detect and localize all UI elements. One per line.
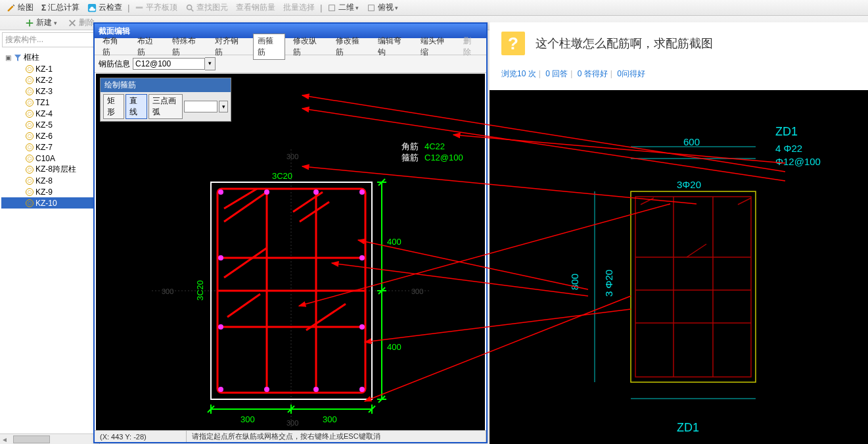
svg-rect-5 bbox=[369, 5, 375, 11]
rebar-info-input[interactable] bbox=[133, 58, 205, 70]
tree-item-KZ-6[interactable]: KZ-6 bbox=[1, 130, 98, 141]
tree-item-KZ-9[interactable]: KZ-9 bbox=[1, 186, 98, 197]
view-rebar-label: 查看钢筋量 bbox=[236, 2, 275, 13]
ref-height: 800 bbox=[569, 274, 580, 290]
coord-cell: (X: 443 Y: -28) bbox=[95, 431, 187, 442]
svg-point-27 bbox=[218, 324, 223, 330]
tree-item-TZ1[interactable]: TZ1 bbox=[1, 97, 98, 108]
cloud-icon bbox=[87, 3, 97, 12]
scrollbar-thumb[interactable] bbox=[13, 435, 50, 443]
component-tree: ▣ 框柱 KZ-1KZ-2KZ-3TZ1KZ-4KZ-5KZ-6KZ-7C10A… bbox=[0, 49, 99, 211]
view-rebar-button[interactable]: 查看钢筋量 bbox=[232, 1, 279, 15]
tab-6[interactable]: 修改箍筋 bbox=[332, 34, 371, 59]
tab-2[interactable]: 特殊布筋 bbox=[168, 34, 207, 59]
tab-7[interactable]: 编辑弯钩 bbox=[374, 34, 413, 59]
sum-calc-label: 汇总计算 bbox=[48, 2, 80, 13]
tree-item-label: KZ-9 bbox=[35, 187, 53, 197]
plus-icon bbox=[25, 18, 34, 28]
tree-item-KZ-4[interactable]: KZ-4 bbox=[1, 108, 98, 119]
gear-icon bbox=[25, 110, 34, 118]
svg-line-19 bbox=[227, 294, 260, 317]
find-prim-button[interactable]: 查找图元 bbox=[181, 1, 232, 15]
ref-top-edge: 3Φ20 bbox=[677, 179, 701, 190]
gear-icon bbox=[25, 143, 34, 151]
tree-item-KZ-3[interactable]: KZ-3 bbox=[1, 86, 98, 97]
tab-3[interactable]: 对齐钢筋 bbox=[211, 34, 250, 59]
tree-item-label: KZ-5 bbox=[35, 120, 53, 130]
tree-item-label: KZ-10 bbox=[35, 199, 57, 208]
question-stats: 浏览10 次| 0 回答| 0 答得好| 0问得好 bbox=[490, 63, 868, 85]
tree-item-label: KZ-8 bbox=[35, 176, 53, 185]
svg-rect-4 bbox=[329, 5, 335, 11]
dim-v1: 400 bbox=[387, 237, 401, 247]
tree-item-KZ-2[interactable]: KZ-2 bbox=[1, 74, 98, 86]
tree-scrollbar[interactable]: ◂ bbox=[0, 433, 99, 444]
question-title: 这个柱墩怎么配筋啊，求配筋截图 bbox=[536, 36, 713, 51]
dialog-tabs: 布角筋布边筋特殊布筋对齐钢筋画箍筋修改纵筋修改箍筋编辑弯钩端头伸缩删除 bbox=[95, 38, 486, 55]
section-canvas[interactable]: 绘制箍筋 矩形 直线 三点画弧 ▾ 300 300 300 300 bbox=[96, 74, 485, 430]
svg-point-29 bbox=[218, 387, 223, 392]
collapse-icon[interactable]: ▣ bbox=[4, 54, 12, 61]
section-edit-dialog: 截面编辑 布角筋布边筋特殊布筋对齐钢筋画箍筋修改纵筋修改箍筋编辑弯钩端头伸缩删除… bbox=[93, 22, 488, 443]
topview-icon bbox=[367, 3, 376, 12]
ref-stirrup: Φ12@100 bbox=[775, 156, 821, 167]
rebar-info-label: 钢筋信息 bbox=[99, 59, 130, 70]
stat-good-a[interactable]: 0 答得好 bbox=[578, 69, 608, 78]
svg-point-2 bbox=[187, 5, 192, 9]
stirrup-val: C12@100 bbox=[424, 153, 463, 162]
batch-select-button[interactable]: 批量选择 bbox=[279, 1, 319, 15]
left-edge-label: 3C20 bbox=[195, 280, 205, 301]
gear-icon bbox=[25, 188, 34, 196]
gear-icon bbox=[25, 166, 34, 174]
svg-point-32 bbox=[359, 387, 365, 392]
draw-button[interactable]: 绘图 bbox=[3, 1, 37, 15]
dim-faint-left: 300 bbox=[162, 287, 173, 295]
topview-label: 俯视 bbox=[378, 2, 394, 13]
tree-item-KZ-5[interactable]: KZ-5 bbox=[1, 119, 98, 130]
component-tree-panel: 搜索构件... ▣ 框柱 KZ-1KZ-2KZ-3TZ1KZ-4KZ-5KZ-6… bbox=[0, 30, 100, 444]
svg-point-21 bbox=[218, 189, 223, 195]
stat-answers[interactable]: 0 回答 bbox=[545, 69, 568, 78]
dim-faint-bot: 300 bbox=[286, 419, 298, 427]
tab-9[interactable]: 删除 bbox=[459, 34, 482, 59]
pencil-icon bbox=[7, 3, 16, 12]
question-icon: ? bbox=[501, 32, 525, 55]
tree-item-KZ-1[interactable]: KZ-1 bbox=[1, 63, 98, 74]
flatten-button[interactable]: 平齐板顶 bbox=[131, 1, 181, 15]
rebar-info-dropdown[interactable]: ▾ bbox=[205, 57, 216, 70]
tree-item-KZ-8[interactable]: KZ-8 bbox=[1, 175, 98, 186]
cloud-check-button[interactable]: 云检查 bbox=[83, 1, 126, 15]
stat-good-q[interactable]: 0问得好 bbox=[617, 69, 645, 78]
svg-point-22 bbox=[264, 189, 269, 195]
tree-item-label: KZ-7 bbox=[35, 143, 53, 152]
dim-faint-top: 300 bbox=[286, 153, 298, 160]
svg-line-14 bbox=[224, 189, 257, 209]
tree-root[interactable]: ▣ 框柱 bbox=[1, 52, 98, 63]
draw-label: 绘图 bbox=[18, 2, 34, 13]
tree-item-KZ-7[interactable]: KZ-7 bbox=[1, 141, 98, 153]
gear-icon bbox=[25, 132, 34, 140]
tab-1[interactable]: 布边筋 bbox=[133, 34, 164, 59]
search-input[interactable]: 搜索构件... bbox=[2, 32, 97, 47]
topview-dropdown[interactable]: 俯视 bbox=[363, 1, 402, 15]
tab-0[interactable]: 布角筋 bbox=[99, 34, 129, 59]
ref-grid bbox=[635, 197, 751, 377]
tree-item-KZ-8跨层柱[interactable]: KZ-8跨层柱 bbox=[1, 164, 98, 175]
tree-item-label: KZ-2 bbox=[35, 76, 53, 85]
gear-icon bbox=[25, 121, 34, 129]
tab-5[interactable]: 修改纵筋 bbox=[289, 34, 328, 59]
svg-point-25 bbox=[218, 255, 223, 260]
view-2d-dropdown[interactable]: 二维 bbox=[323, 1, 363, 15]
batch-select-label: 批量选择 bbox=[283, 2, 315, 13]
new-button[interactable]: 新建 ▾ bbox=[20, 16, 62, 30]
tree-item-label: TZ1 bbox=[35, 98, 49, 107]
tab-8[interactable]: 端头伸缩 bbox=[417, 34, 455, 59]
gear-icon bbox=[25, 177, 34, 185]
sum-calc-button[interactable]: Σ 汇总计算 bbox=[37, 1, 83, 15]
ref-rebar: 4 Φ22 bbox=[775, 143, 802, 154]
tree-item-C10A[interactable]: C10A bbox=[1, 153, 98, 164]
tree-item-KZ-10[interactable]: KZ-10 bbox=[1, 197, 98, 209]
corner-label: 角筋 bbox=[401, 141, 419, 151]
tab-4[interactable]: 画箍筋 bbox=[253, 34, 285, 60]
tree-item-label: KZ-3 bbox=[35, 87, 53, 96]
